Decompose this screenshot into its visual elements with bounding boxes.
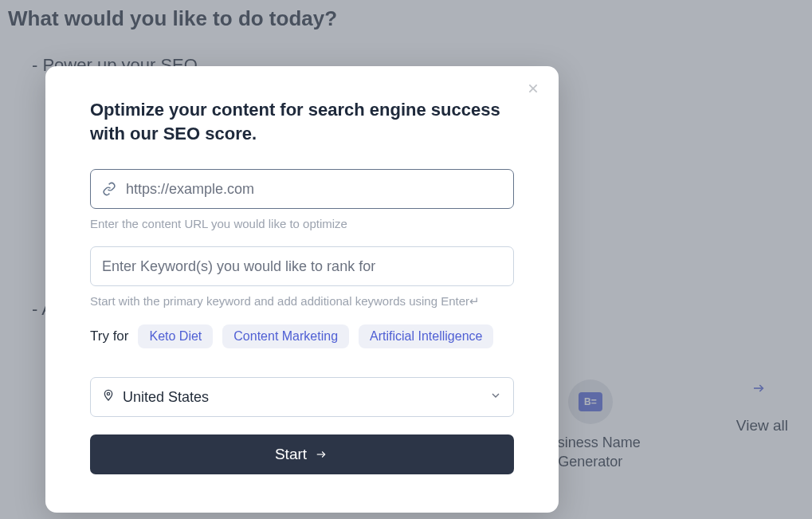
svg-point-3 <box>107 393 109 395</box>
seo-modal: Optimize your content for search engine … <box>45 66 559 513</box>
start-button-label: Start <box>275 446 307 463</box>
keyword-input[interactable] <box>102 258 502 275</box>
start-button[interactable]: Start <box>90 434 514 474</box>
location-select[interactable]: United States <box>90 377 514 417</box>
chip-content-marketing[interactable]: Content Marketing <box>222 324 349 348</box>
keyword-hint: Start with the primary keyword and add a… <box>90 294 514 309</box>
url-input[interactable] <box>126 181 502 198</box>
close-icon <box>527 82 539 95</box>
chip-artificial-intelligence[interactable]: Artificial Intelligence <box>359 324 493 348</box>
location-value: United States <box>123 389 209 406</box>
chip-keto-diet[interactable]: Keto Diet <box>138 324 213 348</box>
close-button[interactable] <box>524 79 543 98</box>
url-hint: Enter the content URL you would like to … <box>90 217 514 230</box>
keyword-field[interactable] <box>90 246 514 286</box>
location-pin-icon <box>102 389 115 405</box>
try-for-row: Try for Keto Diet Content Marketing Arti… <box>90 324 514 348</box>
try-for-label: Try for <box>90 328 128 344</box>
link-icon <box>102 182 116 196</box>
chevron-down-icon <box>489 389 502 405</box>
arrow-right-icon <box>313 449 329 460</box>
modal-title: Optimize your content for search engine … <box>90 98 504 145</box>
modal-overlay: Optimize your content for search engine … <box>0 0 812 519</box>
url-field[interactable] <box>90 169 514 209</box>
